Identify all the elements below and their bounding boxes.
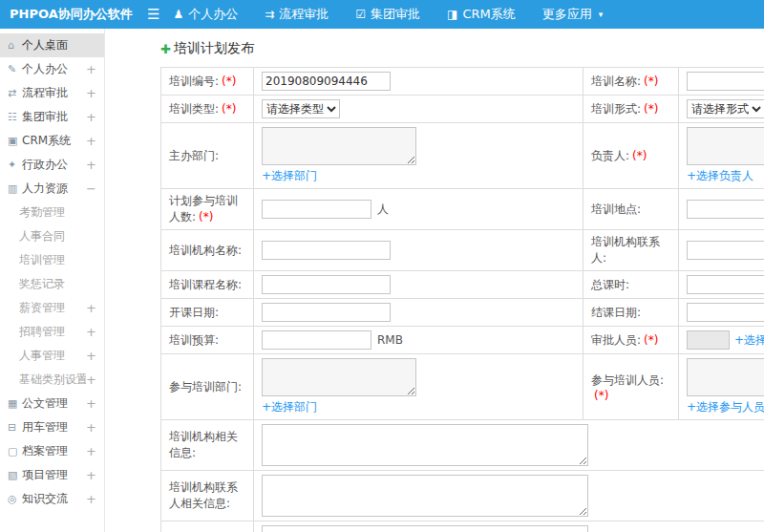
label-cell: 参与培训部门: [161,354,254,420]
training-requirements-textarea[interactable] [262,525,588,532]
field-cell [679,230,764,271]
sidebar-item-label: 人事管理 [19,348,86,364]
sidebar-item-personal-office[interactable]: ✎ 个人办公 + [0,57,104,81]
course-name-field[interactable] [262,275,391,294]
approval-check-icon: ☑ [355,8,366,21]
sidebar-item-document-management[interactable]: ▦ 公文管理 + [0,392,104,415]
select-participants-link[interactable]: +选择参与人员 [687,399,764,415]
sidebar-item-project-management[interactable]: ▧ 项目管理 + [0,463,104,487]
sidebar-item-label: 招聘管理 [19,324,86,340]
field-label: 培训课程名称: [169,278,242,291]
host-department-picker[interactable] [262,127,416,165]
nav-label: 集团审批 [371,6,420,23]
field-cell [254,471,764,521]
menu-icon[interactable]: ☰ [147,6,159,23]
sidebar-item-personnel-management[interactable]: 人事管理 + [0,344,104,368]
required-marker: (*) [644,74,658,88]
start-date-field[interactable] [262,303,391,322]
select-leader-link[interactable]: +选择负责人 [687,168,753,184]
required-marker: (*) [222,102,236,116]
sidebar-item-vehicle-management[interactable]: ⊟ 用车管理 + [0,415,104,439]
archive-icon: ▢ [8,445,22,458]
expand-icon: + [86,62,96,76]
org-info-textarea[interactable] [262,424,588,466]
select-approver-link[interactable]: +选择审批人员 [734,332,764,349]
nav-crm-system[interactable]: ◨ CRM系统 [447,6,516,23]
field-cell: +选择负责人 [679,123,764,189]
sidebar-item-hr-contract[interactable]: 人事合同 [0,224,104,248]
form-row-org-name: 培训机构名称: 培训机构联系人: [161,230,764,271]
sidebar-item-label: 项目管理 [22,467,86,483]
sidebar-item-knowledge-exchange[interactable]: ◎ 知识交流 + [0,487,104,511]
form-row-training-type: 培训类型:(*) 请选择类型 培训形式:(*) 请选择形式 [161,96,764,123]
label-cell: 主办部门: [161,123,254,189]
approver-field[interactable] [687,330,730,350]
total-hours-field[interactable] [687,275,764,294]
expand-icon: + [86,396,96,411]
sidebar-item-training-management[interactable]: 培训管理 [0,248,104,272]
field-cell [679,189,764,230]
sidebar-item-label: 流程审批 [22,85,86,101]
training-no-field[interactable] [262,72,391,91]
label-cell: 培训类型:(*) [161,96,254,123]
sidebar-item-group-approval[interactable]: ☷ 集团审批 + [0,105,104,129]
training-form-select[interactable]: 请选择形式 [687,99,764,118]
nav-personal-office[interactable]: ♟ 个人办公 [173,6,238,23]
form-row-participant-count: 计划参与培训人数:(*) 人 培训地点: [161,189,764,230]
form-row-requirements: 培训要求: [161,521,764,532]
monitor-icon: ▣ [8,135,22,147]
label-cell: 参与培训人员:(*) [584,354,679,420]
field-label: 培训机构联系人: [591,235,660,265]
star-icon: ✦ [8,159,22,171]
nav-more-apps[interactable]: 更多应用 ▾ [542,6,604,23]
sidebar-item-crm-system[interactable]: ▣ CRM系统 + [0,129,104,153]
field-cell [254,230,584,271]
sidebar-item-label: 考勤管理 [19,204,96,221]
participants-picker[interactable] [687,358,764,396]
sidebar-item-label: 知识交流 [22,491,86,507]
sidebar-item-label: 档案管理 [22,443,86,459]
sidebar-item-personal-desktop[interactable]: ⌂ 个人桌面 [0,33,104,57]
expand-icon: + [86,110,96,124]
sidebar-item-label: 奖惩记录 [19,276,96,292]
org-contact-info-textarea[interactable] [262,475,588,517]
label-cell: 负责人:(*) [584,123,679,189]
sidebar-item-workflow-approval[interactable]: ⇄ 流程审批 + [0,81,104,105]
training-name-field[interactable] [687,72,764,91]
sidebar-item-human-resources[interactable]: ▥ 人力资源 − [0,177,104,201]
training-location-field[interactable] [687,200,764,219]
person-icon: ♟ [173,8,183,21]
nav-workflow-approval[interactable]: ⇉ 流程审批 [265,6,329,23]
sidebar-item-archive-management[interactable]: ▢ 档案管理 + [0,439,104,463]
field-label: 培训机构相关信息: [169,430,238,459]
flow-icon: ⇄ [8,87,22,99]
org-contact-field[interactable] [687,241,764,260]
select-department-link[interactable]: +选择部门 [262,168,317,184]
org-name-field[interactable] [262,241,391,260]
sidebar-item-base-category-settings[interactable]: 基础类别设置 + [0,368,104,392]
required-marker: (*) [199,210,213,223]
field-cell: +选择审批人员 [679,327,764,354]
sidebar-item-attendance[interactable]: 考勤管理 [0,201,104,224]
training-type-select[interactable]: 请选择类型 [262,99,340,118]
label-cell: 培训预算: [161,327,254,354]
sidebar-item-reward-record[interactable]: 奖惩记录 [0,272,104,296]
form-row-course-name: 培训课程名称: 总课时: [161,271,764,299]
budget-field[interactable] [262,330,371,350]
sidebar-item-admin-office[interactable]: ✦ 行政办公 + [0,153,104,177]
expand-icon: + [86,325,96,339]
sidebar-item-salary-management[interactable]: 薪资管理 + [0,296,104,320]
expand-icon: + [86,420,96,435]
sidebar-item-label: 培训管理 [19,252,96,268]
label-cell: 培训机构名称: [161,230,254,271]
nav-group-approval[interactable]: ☑ 集团审批 [355,6,420,23]
select-department-link[interactable]: +选择部门 [262,399,317,415]
leader-picker[interactable] [687,127,764,165]
end-date-field[interactable] [687,303,764,322]
participating-departments-picker[interactable] [262,358,416,396]
participant-count-field[interactable] [262,200,371,219]
sidebar-item-recruitment[interactable]: 招聘管理 + [0,320,104,344]
sidebar-item-label: 行政办公 [22,157,86,173]
field-label: 总课时: [591,278,629,291]
collapse-icon: − [86,181,96,196]
